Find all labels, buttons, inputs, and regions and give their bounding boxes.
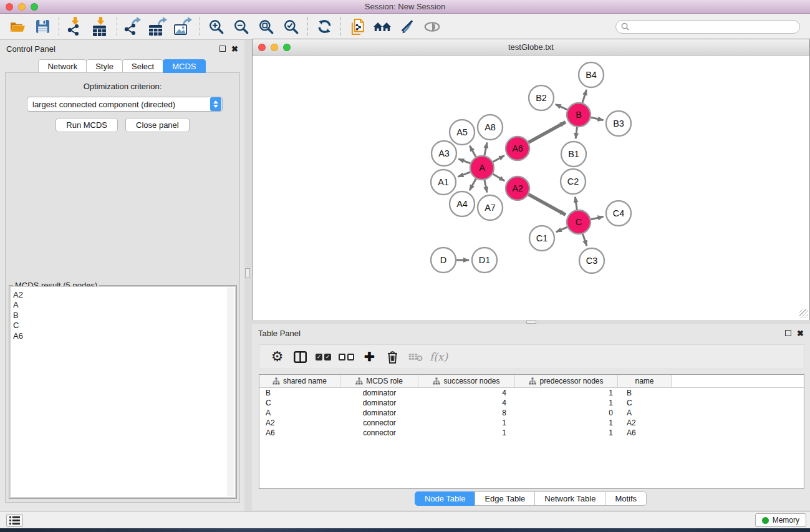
table-row[interactable]: Bdominator41B [259,388,804,398]
column-header-MCDS-role[interactable]: MCDS role [340,375,418,387]
graph-node-A6[interactable]: A6 [506,137,529,160]
graph-node-D[interactable]: D [431,248,456,273]
graph-node-A7[interactable]: A7 [478,195,503,220]
zoom-selected-button[interactable] [279,16,304,37]
close-panel-icon[interactable]: ✖ [797,329,804,337]
toolbar-search[interactable] [615,20,800,34]
float-panel-icon[interactable] [219,46,226,52]
table-row[interactable]: Cdominator41C [259,398,804,408]
network-graph[interactable]: B4B2BB3A5A8A6A3B1AA1C2A2A4A7C4CC1C3DD1 [253,56,809,320]
function-builder-button[interactable]: f(x) [427,346,450,367]
graph-node-B[interactable]: B [567,103,591,127]
graph-node-C[interactable]: C [567,210,591,234]
import-network-button[interactable] [63,16,88,37]
graph-edge-B-B4[interactable] [582,90,587,103]
graph-edge-A-A8[interactable] [485,143,487,156]
graph-edge-B-B3[interactable] [591,117,604,120]
save-session-button[interactable] [30,16,55,37]
graph-edge-C-C2[interactable] [575,197,577,210]
graph-edge-A-A1[interactable] [458,172,470,177]
criterion-select[interactable]: largest connected component (directed) [27,97,223,112]
graph-edge-A-A3[interactable] [458,159,470,163]
zoom-in-button[interactable] [204,16,229,37]
graph-node-A3[interactable]: A3 [432,141,456,166]
result-item[interactable]: A [13,300,235,310]
graph-edge-A-A2[interactable] [493,174,504,181]
close-panel-button[interactable]: Close panel [125,118,190,132]
graph-node-A4[interactable]: A4 [450,191,475,216]
export-image-button[interactable] [171,16,196,37]
splitter-handle[interactable] [245,268,250,278]
import-table-button[interactable] [88,16,113,37]
zoom-window-button[interactable] [31,3,38,11]
column-header-shared-name[interactable]: shared name [259,375,340,387]
cybrowser-button[interactable] [370,16,395,37]
delete-table-button[interactable] [404,346,427,367]
graph-node-C2[interactable]: C2 [561,169,586,194]
memory-button[interactable]: Memory [755,513,806,527]
graph-edge-A2-C[interactable] [529,195,566,215]
graph-node-B1[interactable]: B1 [561,142,586,167]
result-item[interactable]: A2 [13,290,235,300]
result-item[interactable]: C [13,321,235,331]
create-column-button[interactable]: ✚ [358,346,381,367]
graph-node-B4[interactable]: B4 [579,62,604,87]
close-window-button[interactable] [6,3,13,11]
open-file-button[interactable] [5,16,30,37]
tab-edge-table[interactable]: Edge Table [475,491,535,506]
zoom-out-button[interactable] [229,16,254,37]
zoom-fit-button[interactable] [254,16,279,37]
graph-node-C3[interactable]: C3 [579,248,604,273]
graph-node-C4[interactable]: C4 [606,201,631,226]
graph-edge-C-C4[interactable] [591,216,604,219]
graph-node-B2[interactable]: B2 [529,85,554,110]
graph-node-A8[interactable]: A8 [478,115,503,140]
graph-edge-A6-B[interactable] [529,122,566,143]
tab-network[interactable]: Network [38,59,87,73]
column-header-name[interactable]: name [618,375,672,387]
mcds-result-list[interactable]: A2ABCA6 [10,286,236,498]
graph-node-A1[interactable]: A1 [431,170,456,195]
result-list-scrollbar[interactable] [228,288,234,496]
graph-edge-B-B2[interactable] [556,104,567,110]
hide-graphics-details-button[interactable] [395,16,420,37]
export-network-button[interactable] [121,16,146,37]
graph-node-A2[interactable]: A2 [506,177,529,200]
table-mode-button[interactable]: ⚙ [266,346,289,367]
graph-edge-A-A4[interactable] [470,179,476,191]
delete-columns-button[interactable] [381,346,404,367]
search-input[interactable] [632,22,794,31]
splitter-handle[interactable] [526,321,536,324]
graph-edge-A-A6[interactable] [493,155,504,162]
new-session-from-network-button[interactable] [345,16,370,37]
tab-mcds[interactable]: MCDS [163,59,205,73]
show-task-history-button[interactable] [6,514,23,527]
close-panel-icon[interactable]: ✖ [231,45,238,53]
column-header-predecessor-nodes[interactable]: predecessor nodes [515,375,618,387]
graph-edge-C-C3[interactable] [582,234,587,246]
table-row[interactable]: Adominator80A [259,408,804,418]
graph-edge-A-A7[interactable] [485,180,487,193]
result-item[interactable]: B [13,311,235,321]
table-row[interactable]: A6connector11A6 [259,428,804,438]
tab-network-table[interactable]: Network Table [534,491,605,506]
show-columns-button[interactable] [289,346,312,367]
float-panel-icon[interactable] [785,330,791,336]
network-canvas[interactable]: B4B2BB3A5A8A6A3B1AA1C2A2A4A7C4CC1C3DD1 [253,56,809,320]
close-network-button[interactable] [258,44,266,51]
select-all-columns-button[interactable]: ✓ ✓ [312,346,335,367]
vertical-splitter[interactable] [244,40,252,511]
tab-style[interactable]: Style [86,59,123,73]
column-header-successor-nodes[interactable]: successor nodes [418,375,515,387]
graph-node-B3[interactable]: B3 [606,111,631,136]
graph-node-A5[interactable]: A5 [450,120,475,145]
graph-node-A[interactable]: A [470,156,494,180]
tab-node-table[interactable]: Node Table [415,491,476,506]
apply-layout-button[interactable] [312,16,337,37]
export-table-button[interactable] [146,16,171,37]
show-graphics-details-button[interactable] [420,16,445,37]
horizontal-splitter[interactable] [252,320,810,324]
result-item[interactable]: A6 [13,331,235,341]
tab-motifs[interactable]: Motifs [605,491,647,506]
minimize-network-button[interactable] [271,44,278,51]
